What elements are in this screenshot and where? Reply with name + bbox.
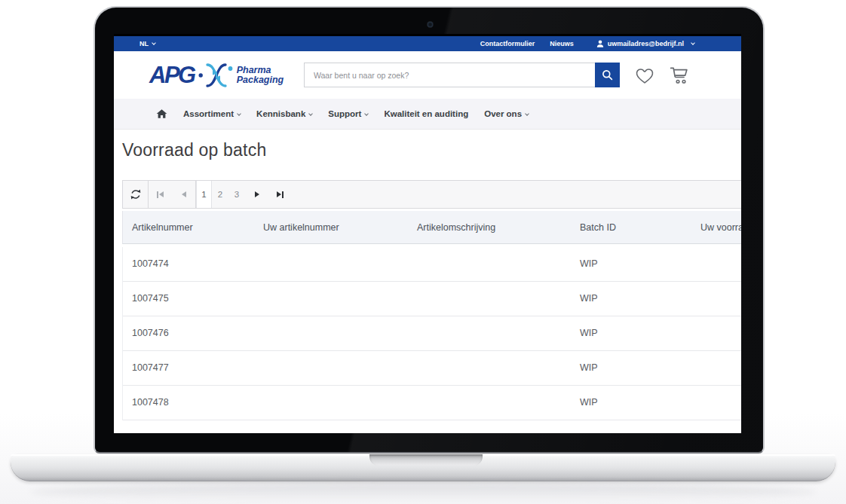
wishlist-button[interactable]	[635, 66, 654, 84]
cart-icon	[670, 66, 690, 84]
page-content: Voorraad op batch	[114, 130, 741, 433]
table-row: 1007475 WIP	[123, 282, 741, 316]
laptop-base	[11, 454, 835, 481]
browser-page: NL Contactformulier Nieuws uwmailadres@b…	[114, 36, 741, 433]
page-button-2[interactable]: 2	[212, 181, 228, 208]
topbar-link-contactformulier[interactable]: Contactformulier	[480, 40, 535, 47]
nav-item-label: Kwaliteit en auditing	[384, 109, 468, 118]
last-page-icon	[282, 191, 284, 198]
cell-batch-id: WIP	[580, 316, 598, 350]
refresh-icon	[130, 189, 142, 200]
nav-item-kwaliteit-en-auditing[interactable]: Kwaliteit en auditing	[384, 109, 468, 118]
triangle-right-icon	[277, 191, 281, 197]
cell-artikelnummer: 1007478	[132, 386, 169, 420]
laptop-lid-notch	[369, 454, 483, 466]
chevron-down-icon	[152, 41, 156, 45]
cell-artikelnummer: 1007474	[132, 247, 169, 281]
triangle-right-icon	[255, 191, 259, 197]
page-title: Voorraad op batch	[122, 140, 266, 160]
table-header-row: Artikelnummer Uw artikelnummer Artikelom…	[122, 211, 741, 244]
table-row: 1007476 WIP	[123, 316, 741, 351]
nav-item-label: Kennisbank	[256, 109, 305, 118]
table-row: 1007474 WIP	[123, 247, 741, 282]
chevron-down-icon	[365, 111, 369, 116]
user-account-menu[interactable]: uwmailadres@bedrijf.nl	[596, 40, 694, 47]
nav-item-label: Over ons	[484, 109, 522, 118]
search-button[interactable]	[595, 63, 620, 87]
laptop-lid: NL Contactformulier Nieuws uwmailadres@b…	[93, 6, 765, 454]
chevron-down-icon	[691, 41, 695, 45]
column-header-artikelomschrijving: Artikelomschrijving	[417, 211, 495, 244]
heart-icon	[635, 66, 654, 84]
prev-page-button[interactable]	[172, 181, 195, 208]
refresh-button[interactable]	[123, 181, 148, 208]
next-page-button[interactable]	[245, 181, 268, 208]
site-header: APG Pharma Packaging	[114, 51, 741, 99]
cart-button[interactable]	[670, 66, 690, 84]
page-button-3[interactable]: 3	[228, 181, 245, 208]
nav-item-label: Support	[328, 109, 361, 118]
cell-artikelnummer: 1007476	[132, 316, 169, 350]
nav-item-over-ons[interactable]: Over ons	[484, 109, 529, 118]
nav-item-assortiment[interactable]: Assortiment	[183, 109, 241, 118]
search-bar	[304, 63, 620, 87]
chevron-down-icon	[525, 111, 529, 116]
cell-batch-id: WIP	[580, 282, 598, 316]
chevron-down-icon	[308, 111, 313, 116]
cell-batch-id: WIP	[580, 351, 598, 385]
nav-item-label: Assortiment	[183, 109, 234, 118]
column-header-uw-voorraad: Uw voorraad	[700, 211, 741, 244]
nav-item-kennisbank[interactable]: Kennisbank	[256, 109, 312, 118]
chevron-down-icon	[237, 111, 241, 116]
user-email: uwmailadres@bedrijf.nl	[608, 40, 684, 47]
nav-item-support[interactable]: Support	[328, 109, 368, 118]
page-button-1[interactable]: 1	[196, 181, 212, 208]
cell-artikelnummer: 1007477	[132, 351, 169, 385]
cell-batch-id: WIP	[580, 247, 598, 281]
last-page-button[interactable]	[268, 181, 292, 208]
triangle-left-icon	[182, 191, 186, 197]
column-header-uw-artikelnummer: Uw artikelnummer	[263, 211, 339, 244]
search-icon	[602, 69, 613, 81]
triangle-left-icon	[159, 191, 164, 197]
first-page-icon	[157, 191, 158, 198]
language-selector[interactable]: NL	[139, 40, 155, 47]
home-icon	[156, 108, 167, 119]
dna-helix-icon	[198, 63, 233, 88]
home-button[interactable]	[156, 108, 167, 119]
first-page-button[interactable]	[149, 181, 172, 208]
site-logo[interactable]: APG Pharma Packaging	[149, 63, 284, 88]
search-input[interactable]	[304, 63, 595, 87]
main-navigation: Assortiment Kennisbank Support Kwaliteit…	[114, 99, 741, 130]
cell-artikelnummer: 1007475	[132, 282, 169, 316]
pagination-toolbar: 1 2 3	[122, 180, 741, 209]
table-row: 1007478 WIP	[123, 386, 741, 420]
column-header-artikelnummer: Artikelnummer	[132, 211, 193, 244]
table-row: 1007477 WIP	[123, 351, 741, 386]
logo-tagline-line2: Packaging	[237, 75, 284, 85]
language-label: NL	[139, 40, 149, 47]
webcam	[428, 22, 433, 27]
laptop-screen: NL Contactformulier Nieuws uwmailadres@b…	[114, 34, 741, 433]
column-header-batch-id: Batch ID	[580, 211, 616, 244]
topbar-link-nieuws[interactable]: Nieuws	[550, 40, 574, 47]
laptop-reflection	[30, 483, 816, 501]
table-body: 1007474 WIP 1007475 WIP 100747	[122, 247, 741, 420]
logo-text: APG	[149, 63, 195, 87]
user-icon	[596, 40, 604, 47]
top-utility-bar: NL Contactformulier Nieuws uwmailadres@b…	[114, 36, 741, 51]
cell-batch-id: WIP	[580, 386, 598, 420]
